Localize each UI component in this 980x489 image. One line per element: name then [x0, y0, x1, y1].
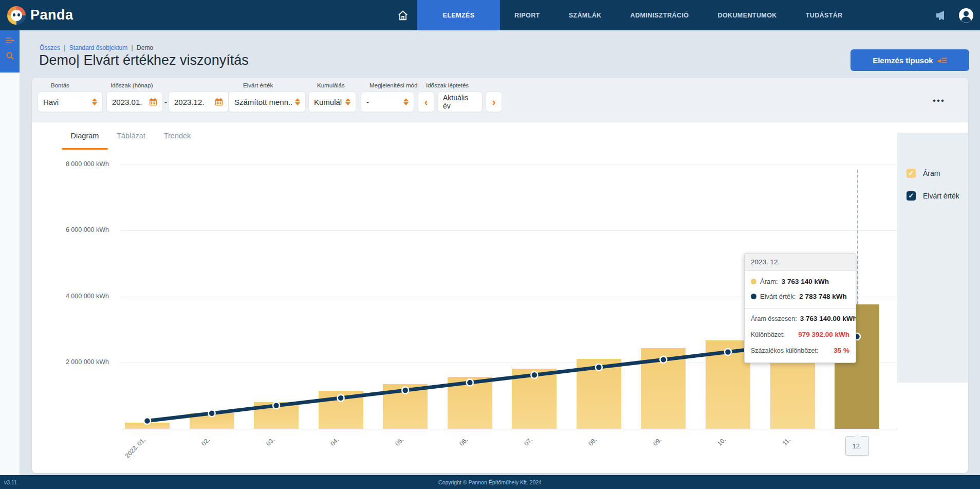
legend-item-elvart-ertek[interactable]: ✓ Elvárt érték [907, 191, 959, 201]
filter-label: Kumulálás [317, 82, 356, 88]
bontas-select[interactable]: Havi [38, 92, 103, 112]
calendar-icon [149, 98, 157, 106]
line-point-month-4[interactable] [338, 394, 344, 401]
date-range-separator: - [164, 98, 167, 106]
chevron-right-icon: › [492, 96, 496, 108]
checkbox-aram[interactable]: ✓ [907, 169, 916, 178]
check-icon: ✓ [909, 191, 914, 201]
breadcrumb-separator: | [132, 44, 133, 51]
more-icon: ••• [933, 96, 945, 105]
select-arrows-icon [345, 98, 350, 105]
home-icon [397, 10, 409, 21]
left-rail: ☰▸ [0, 30, 20, 73]
analysis-types-icon: ◂☰ [937, 57, 947, 64]
breadcrumb-link-osszes[interactable]: Összes [40, 44, 60, 51]
line-point-month-6[interactable] [467, 379, 473, 386]
elvart-ertek-select[interactable]: Számított menn... [229, 92, 306, 112]
header-actions [935, 0, 974, 30]
filter-bar: Bontás Havi Időszak (hónap) 2023.01. [32, 78, 968, 122]
date-to-input[interactable]: 2023.12. [169, 92, 229, 112]
tab-tablazat[interactable]: Táblázat [109, 132, 153, 145]
line-point-month-3[interactable] [273, 402, 280, 409]
breadcrumb-current: Demo [137, 44, 153, 51]
active-tab-indicator [62, 148, 108, 150]
line-point-month-5[interactable] [402, 387, 409, 394]
filter-elvart-ertek: Elvárt érték Számított menn... [229, 82, 306, 112]
tooltip-summary-row: Áram összesen: 3 763 140.00 kWh [751, 311, 849, 327]
brand-name: Panda [30, 7, 73, 23]
legend-item-aram[interactable]: ✓ Áram [907, 169, 940, 178]
tooltip-series-row: Elvárt érték: 2 783 748 kWh [751, 289, 849, 304]
date-from-input[interactable]: 2023.01. [106, 92, 163, 112]
search-icon[interactable] [6, 51, 14, 60]
line-point-month-8[interactable] [596, 364, 602, 371]
top-nav-bar: Panda ELEMZÉS RIPORT SZÁMLÁK ADMINISZTRÁ… [0, 0, 980, 30]
breadcrumb-link-standard[interactable]: Standard ősobjektum [69, 44, 127, 51]
line-point-month-2[interactable] [209, 410, 215, 416]
breadcrumb-separator: | [64, 44, 65, 51]
series-dot-elvart [751, 294, 756, 299]
home-button[interactable] [389, 0, 417, 30]
filter-label: Időszak (hónap) [110, 82, 229, 88]
tooltip-title: 2023. 12. [745, 253, 856, 271]
check-icon: ✓ [909, 169, 914, 178]
nav-item-elemzes[interactable]: ELEMZÉS [417, 0, 500, 30]
tooltip-summary-row: Százalékos különbözet: 35 % [751, 342, 849, 358]
filter-idoszak: Időszak (hónap) 2023.01. - 2023.12. [106, 82, 229, 112]
app-version: v3.11 [4, 479, 17, 485]
app-logo[interactable]: Panda [7, 6, 73, 25]
copyright-text: Copyright © Pannon Építőműhely Kft. 2024 [438, 479, 542, 485]
filter-megjelenitesi-mod: Megjelenítési mód - [361, 82, 417, 112]
main-nav: ELEMZÉS RIPORT SZÁMLÁK ADMINISZTRÁCIÓ DO… [389, 0, 857, 30]
select-arrows-icon [403, 98, 409, 105]
calendar-icon [215, 98, 223, 106]
tab-trendek[interactable]: Trendek [155, 132, 199, 145]
chart-tooltip: 2023. 12. Áram: 3 763 140 kWh Elvárt ért… [744, 253, 856, 363]
select-arrows-icon [295, 98, 300, 105]
left-rail-lower [0, 73, 20, 475]
megjelenitesi-mod-select[interactable]: - [361, 92, 414, 112]
filter-label: Időszak léptetés [426, 82, 502, 88]
legend-label: Elvárt érték [923, 192, 959, 200]
chevron-left-icon: ‹ [424, 96, 428, 108]
panda-logo-icon [7, 6, 26, 25]
filter-idoszak-leptetes: Időszak léptetés ‹ Aktuális év › [418, 82, 502, 112]
tooltip-series-row: Áram: 3 763 140 kWh [751, 274, 849, 289]
sidebar-menu-icon[interactable]: ☰▸ [5, 37, 14, 44]
period-next-button[interactable]: › [486, 92, 502, 112]
legend-label: Áram [923, 169, 940, 177]
analysis-types-button[interactable]: Elemzés típusok ◂☰ [850, 49, 969, 71]
select-arrows-icon [92, 98, 97, 105]
filter-label: Elvárt érték [243, 82, 306, 88]
nav-item-dokumentumok[interactable]: DOKUMENTUMOK [703, 0, 791, 30]
filter-kumulalas: Kumulálás Kumulált [308, 82, 356, 112]
line-point-month-1[interactable] [144, 418, 151, 424]
nav-item-tudastar[interactable]: TUDÁSTÁR [791, 0, 857, 30]
breadcrumb: Összes | Standard ősobjektum | Demo [40, 44, 153, 51]
line-point-month-9[interactable] [660, 356, 667, 363]
series-dot-aram [751, 279, 756, 284]
line-point-month-10[interactable] [725, 349, 731, 355]
page-title: Demo| Elvárt értékhez viszonyítás [39, 52, 249, 68]
nav-item-riport[interactable]: RIPORT [500, 0, 554, 30]
megaphone-icon[interactable] [935, 9, 947, 22]
filter-label: Bontás [51, 82, 103, 88]
footer-bar: v3.11 Copyright © Pannon Építőműhely Kft… [0, 475, 980, 489]
checkbox-elvart-ertek[interactable]: ✓ [907, 191, 916, 201]
nav-item-adminisztracio[interactable]: ADMINISZTRÁCIÓ [616, 0, 704, 30]
nav-item-szamlak[interactable]: SZÁMLÁK [554, 0, 616, 30]
more-options-button[interactable]: ••• [926, 95, 952, 107]
period-current-button[interactable]: Aktuális év [437, 92, 483, 112]
tab-diagram[interactable]: Diagram [62, 132, 108, 145]
line-point-month-7[interactable] [531, 372, 538, 378]
chart-legend: ✓ Áram ✓ Elvárt érték [897, 133, 968, 383]
kumulalas-select[interactable]: Kumulált [308, 92, 356, 112]
user-avatar-icon[interactable] [958, 8, 974, 23]
tooltip-summary-row: Különbözet: 979 392.00 kWh [751, 327, 849, 342]
filter-label: Megjelenítési mód [369, 82, 417, 88]
filter-bontas: Bontás Havi [38, 82, 103, 112]
period-prev-button[interactable]: ‹ [418, 92, 434, 112]
